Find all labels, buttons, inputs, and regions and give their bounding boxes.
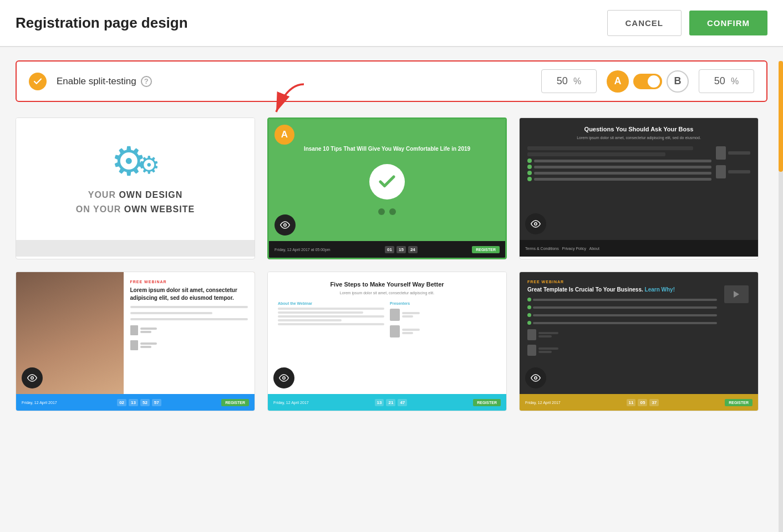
help-icon[interactable]: ? bbox=[141, 76, 152, 87]
footer-count-photo: 02 13 52 57 bbox=[117, 399, 161, 406]
footer-count-green: 01 15 24 bbox=[385, 246, 418, 253]
dark-template-content bbox=[527, 146, 750, 181]
wt-about-column: About the Webinar bbox=[278, 301, 384, 337]
dark-webinar-left: FREE WEBINAR Great Template Is Crucial T… bbox=[527, 280, 717, 386]
page-header: Registration page design CANCEL CONFIRM bbox=[0, 0, 783, 47]
main-content: Enable split-testing ? 50 % A B 50 % bbox=[0, 47, 783, 424]
svg-point-3 bbox=[31, 377, 34, 380]
footer-text-green: Friday, 12 April 2017 at 05:00pm bbox=[274, 248, 331, 252]
template-thumbnail-green: A Insane 10 Tips That Will Give You Way … bbox=[269, 119, 505, 241]
enable-split-testing-checkbox[interactable] bbox=[29, 73, 47, 90]
own-design-text: YOUR OWN DESIGNON YOUR OWN WEBSITE bbox=[76, 188, 195, 216]
template-card-photo[interactable]: FREE WEBINAR Lorem ipsum dolor sit amet,… bbox=[16, 272, 255, 411]
split-percent-b-symbol: % bbox=[731, 76, 739, 86]
preview-button-white-webinar[interactable] bbox=[273, 367, 294, 388]
green-template-text: Insane 10 Tips That Will Give You Way Co… bbox=[293, 146, 481, 154]
green-template-background: A Insane 10 Tips That Will Give You Way … bbox=[269, 119, 505, 241]
wt-presenters-column: Presenters bbox=[390, 301, 496, 337]
split-ab-toggle-area: A B bbox=[607, 70, 689, 93]
header-actions: CANCEL CONFIRM bbox=[607, 10, 768, 36]
toggle-knob bbox=[648, 75, 660, 88]
gear-small-icon: ⚙ bbox=[138, 151, 160, 179]
photo-template-background: FREE WEBINAR Lorem ipsum dolor sit amet,… bbox=[16, 272, 255, 394]
dark-webinar-video bbox=[724, 285, 749, 303]
svg-point-1 bbox=[284, 224, 287, 227]
preview-button-dark[interactable] bbox=[525, 213, 546, 234]
label-b-circle: B bbox=[667, 70, 689, 93]
scrollbar[interactable] bbox=[779, 61, 783, 532]
register-btn-photo[interactable]: REGISTER bbox=[221, 399, 249, 406]
white-webinar-columns: About the Webinar Presenters bbox=[278, 301, 496, 337]
preview-button-photo[interactable] bbox=[22, 367, 43, 388]
footer-text-white-webinar: Friday, 12 April 2017 bbox=[273, 401, 309, 405]
split-percent-b-box[interactable]: 50 % bbox=[699, 69, 754, 93]
preview-button-dark-webinar[interactable] bbox=[525, 367, 546, 388]
template-card-own-design[interactable]: ⚙ ⚙ YOUR OWN DESIGNON YOUR OWN WEBSITE bbox=[16, 117, 255, 259]
cancel-button[interactable]: CANCEL bbox=[607, 10, 682, 36]
photo-tag: FREE WEBINAR bbox=[130, 280, 248, 284]
dark-webinar-background: FREE WEBINAR Great Template Is Crucial T… bbox=[520, 272, 758, 394]
dark-avatar-column bbox=[716, 146, 750, 181]
footer-text-dark: Terms & Conditions Privacy Policy About bbox=[525, 247, 599, 250]
white-webinar-title: Five Steps to Make Yourself Way Better bbox=[278, 281, 496, 288]
dark-template-title: Questions You Should Ask Your Boss bbox=[527, 126, 750, 132]
footer-count-dark-webinar: 11 05 37 bbox=[627, 399, 659, 406]
template-footer-dark: Terms & Conditions Privacy Policy About bbox=[520, 240, 758, 257]
photo-right-panel: FREE WEBINAR Lorem ipsum dolor sit amet,… bbox=[124, 272, 255, 394]
confirm-button[interactable]: CONFIRM bbox=[689, 11, 767, 35]
split-value-b: 50 bbox=[714, 75, 725, 87]
white-webinar-subtitle: Lorem ipsum dolor sit amet, consectetur … bbox=[278, 291, 496, 295]
page-title: Registration page design bbox=[16, 14, 188, 32]
template-card-white-webinar[interactable]: Five Steps to Make Yourself Way Better L… bbox=[267, 272, 507, 411]
photo-title: Lorem ipsum dolor sit amet, consectetur … bbox=[130, 287, 248, 302]
template-thumbnail-own-design: ⚙ ⚙ YOUR OWN DESIGNON YOUR OWN WEBSITE bbox=[16, 118, 255, 240]
template-thumbnail-dark-webinar: FREE WEBINAR Great Template Is Crucial T… bbox=[520, 272, 758, 394]
template-card-green[interactable]: A Insane 10 Tips That Will Give You Way … bbox=[267, 117, 507, 259]
template-footer-green: Friday, 12 April 2017 at 05:00pm 01 15 2… bbox=[269, 241, 505, 258]
template-thumbnail-photo: FREE WEBINAR Lorem ipsum dolor sit amet,… bbox=[16, 272, 255, 394]
register-btn-white-webinar[interactable]: REGISTER bbox=[473, 399, 501, 406]
footer-text-photo: Friday, 12 April 2017 bbox=[22, 401, 57, 405]
split-percent-a-symbol: % bbox=[573, 76, 581, 86]
split-value-a: 50 bbox=[557, 75, 568, 87]
template-card-dark[interactable]: Questions You Should Ask Your Boss Lorem… bbox=[519, 117, 759, 259]
dark-template-subtitle: Lorem ipsum dolor sit amet, consectetur … bbox=[527, 136, 750, 140]
dark-webinar-right bbox=[723, 280, 750, 386]
scroll-thumb[interactable] bbox=[779, 61, 783, 172]
preview-button-green[interactable] bbox=[274, 214, 296, 236]
register-btn-green[interactable]: REGISTER bbox=[472, 246, 500, 253]
register-btn-dark-webinar[interactable]: REGISTER bbox=[725, 399, 753, 406]
template-card-dark-webinar[interactable]: FREE WEBINAR Great Template Is Crucial T… bbox=[519, 272, 759, 411]
svg-point-4 bbox=[283, 377, 286, 380]
template-thumbnail-white-webinar: Five Steps to Make Yourself Way Better L… bbox=[268, 272, 506, 394]
template-footer-photo: Friday, 12 April 2017 02 13 52 57 REGIST… bbox=[16, 394, 255, 411]
gears-icon: ⚙ ⚙ bbox=[111, 141, 160, 181]
dark-text-column bbox=[527, 146, 711, 181]
templates-grid: ⚙ ⚙ YOUR OWN DESIGNON YOUR OWN WEBSITE A bbox=[16, 117, 759, 411]
dark-webinar-tag: FREE WEBINAR bbox=[527, 280, 717, 284]
green-check-circle bbox=[369, 164, 405, 200]
dark-template-background: Questions You Should Ask Your Boss Lorem… bbox=[520, 118, 758, 240]
own-design-background: ⚙ ⚙ YOUR OWN DESIGNON YOUR OWN WEBSITE bbox=[16, 118, 255, 240]
split-percent-a-box[interactable]: 50 % bbox=[541, 69, 597, 93]
svg-point-5 bbox=[535, 377, 537, 380]
dark-webinar-title: Great Template Is Crucial To Your Busine… bbox=[527, 286, 717, 294]
split-testing-bar: Enable split-testing ? 50 % A B 50 % bbox=[16, 60, 767, 102]
template-footer-own-design bbox=[16, 240, 255, 257]
split-testing-label: Enable split-testing ? bbox=[57, 76, 152, 87]
svg-point-2 bbox=[535, 223, 537, 226]
footer-text-dark-webinar: Friday, 12 April 2017 bbox=[525, 401, 561, 405]
split-toggle[interactable] bbox=[633, 74, 662, 89]
label-a-circle: A bbox=[607, 70, 629, 93]
templates-grid-wrapper: ⚙ ⚙ YOUR OWN DESIGNON YOUR OWN WEBSITE A bbox=[16, 117, 767, 411]
template-thumbnail-dark: Questions You Should Ask Your Boss Lorem… bbox=[520, 118, 758, 240]
template-footer-dark-webinar: Friday, 12 April 2017 11 05 37 REGISTER bbox=[520, 394, 758, 411]
template-footer-white-webinar: Friday, 12 April 2017 13 21 47 REGISTER bbox=[268, 394, 506, 411]
selected-a-badge: A bbox=[274, 125, 294, 145]
white-webinar-background: Five Steps to Make Yourself Way Better L… bbox=[268, 272, 506, 394]
footer-count-white-webinar: 13 21 47 bbox=[375, 399, 408, 406]
